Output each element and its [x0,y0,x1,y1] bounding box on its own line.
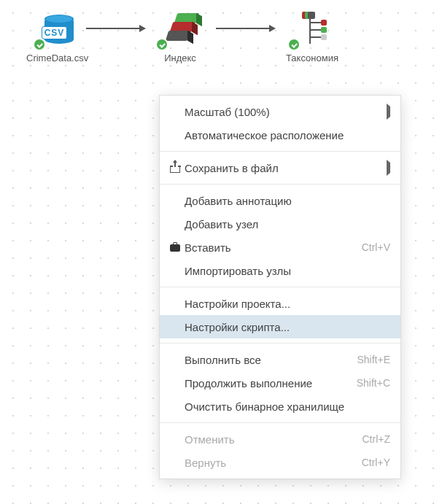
node-index[interactable]: Индекс [157,9,204,63]
chevron-right-icon [387,106,390,117]
menu-label: Добавить узел [183,218,390,230]
separator [160,184,400,185]
menu-redo[interactable]: Вернуть Ctrl+Y [160,451,400,474]
menu-continue[interactable]: Продолжить выполнение Shift+C [160,371,400,395]
menu-clear-binary-storage[interactable]: Очистить бинарное хранилище [160,395,400,418]
menu-label: Выполнить все [183,354,357,366]
status-ok-icon [287,38,301,51]
context-menu: Масштаб (100%) Автоматическое расположен… [159,95,401,479]
menu-label: Продолжить выполнение [183,377,357,389]
separator [160,343,400,344]
taxonomy-icon [289,9,336,50]
node-label: Таксономия [286,53,338,63]
menu-auto-layout[interactable]: Автоматическое расположение [160,123,400,147]
status-ok-icon [33,38,46,51]
node-label: Индекс [157,53,204,63]
menu-shortcut: Shift+E [357,354,390,365]
menu-label: Сохранить в файл [183,162,387,174]
menu-script-settings[interactable]: Настройки скрипта... [160,315,400,338]
menu-run-all[interactable]: Выполнить все Shift+E [160,348,400,371]
menu-label: Вставить [183,241,362,254]
canvas[interactable]: CSV CrimeData.csv Индекс [0,0,434,504]
menu-label: Импортировать узлы [183,265,390,277]
menu-shortcut: Ctrl+V [362,241,390,253]
menu-import-nodes[interactable]: Импортировать узлы [160,259,400,282]
menu-label: Отменить [183,433,363,446]
menu-label: Масштаб (100%) [183,106,387,118]
menu-label: Добавить аннотацию [183,195,390,207]
paste-icon [167,243,183,252]
separator [160,422,400,423]
menu-label: Очистить бинарное хранилище [183,400,390,413]
menu-add-annotation[interactable]: Добавить аннотацию [160,189,400,212]
menu-label: Настройки проекта... [183,298,390,310]
node-csv[interactable]: CSV CrimeData.csv [26,9,88,63]
menu-save-to-file[interactable]: Сохранить в файл [160,156,400,179]
index-icon [157,9,204,50]
csv-badge: CSV [42,26,68,39]
menu-undo[interactable]: Отменить Ctrl+Z [160,427,400,451]
node-taxonomy[interactable]: Таксономия [286,9,338,63]
menu-paste[interactable]: Вставить Ctrl+V [160,236,400,259]
status-ok-icon [155,38,168,51]
menu-add-node[interactable]: Добавить узел [160,212,400,236]
menu-project-settings[interactable]: Настройки проекта... [160,292,400,315]
menu-shortcut: Shift+C [357,377,390,389]
export-icon [167,163,183,173]
menu-label: Настройки скрипта... [183,321,390,333]
menu-label: Вернуть [183,457,362,469]
separator [160,287,400,287]
menu-shortcut: Ctrl+Y [362,457,390,468]
csv-database-icon: CSV [34,9,81,50]
separator [160,151,400,152]
arrow-icon [86,28,144,29]
menu-shortcut: Ctrl+Z [363,433,391,445]
menu-zoom[interactable]: Масштаб (100%) [160,100,400,123]
chevron-right-icon [387,163,390,173]
arrow-icon [216,28,274,29]
menu-label: Автоматическое расположение [183,129,390,141]
node-label: CrimeData.csv [26,53,88,63]
